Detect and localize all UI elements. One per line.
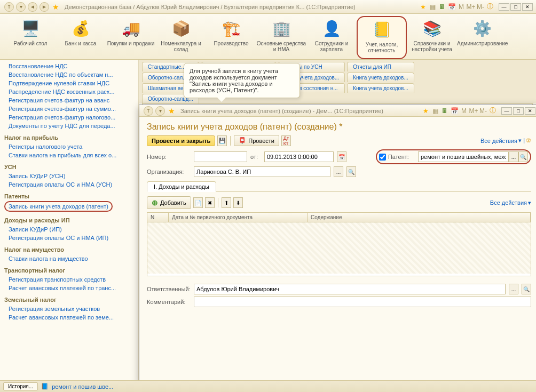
window-title: Демонстрационная база / Абдулов Юрий Вла… xyxy=(65,4,419,10)
tool-assets[interactable]: 🏢Основные средства и НМА xyxy=(256,16,306,59)
tool-admin[interactable]: ⚙️Администрирование xyxy=(457,16,507,59)
dtkt-button[interactable]: ДтКт xyxy=(281,135,291,146)
data-grid[interactable]: N Дата и № первичного документа Содержан… xyxy=(147,212,531,276)
col-content[interactable]: Содержание xyxy=(308,213,531,222)
number-input[interactable] xyxy=(194,151,247,162)
patent-open-button[interactable]: 🔍 xyxy=(518,151,528,162)
minimize-button[interactable]: — xyxy=(499,3,509,11)
history-button[interactable]: История... xyxy=(3,382,38,390)
sidebar-link[interactable]: Записи КУДиР (ИП) xyxy=(4,225,136,234)
post-button[interactable]: 📮 Провести xyxy=(234,135,279,146)
tool-bank[interactable]: 💰Банк и касса xyxy=(56,16,106,59)
info-icon[interactable]: ⓘ xyxy=(488,107,497,115)
responsible-input[interactable] xyxy=(194,284,506,294)
grid-icon[interactable]: ▦ xyxy=(431,107,439,115)
patent-select-button[interactable]: ... xyxy=(509,151,518,162)
calendar-button[interactable]: 📅 xyxy=(337,151,346,162)
tool-desktop[interactable]: 🖥️Рабочий стол xyxy=(5,16,56,59)
close-button[interactable]: ✕ xyxy=(522,3,533,11)
tool-refs[interactable]: 📚Справочники и настройки учета xyxy=(407,16,457,59)
org-label: Организация: xyxy=(147,169,191,175)
tool-production[interactable]: 🏗️Производство xyxy=(206,16,256,59)
back-button[interactable]: ◄ xyxy=(28,2,37,12)
all-actions-link[interactable]: Все действия ▾ | ② xyxy=(480,137,531,144)
doc-icon[interactable]: 📘 xyxy=(41,383,49,390)
org-select-button[interactable]: ... xyxy=(334,166,343,177)
minimize-button[interactable]: — xyxy=(501,107,512,115)
col-doc[interactable]: Дата и № первичного документа xyxy=(169,213,308,222)
calc-icon[interactable]: 🖩 xyxy=(440,107,449,115)
all-actions-link[interactable]: Все действия ▾ xyxy=(490,199,531,206)
favorite-icon[interactable]: ★ xyxy=(168,107,175,115)
maximize-button[interactable]: □ xyxy=(510,3,521,11)
sidebar-link[interactable]: Регистрация оплаты ОС и НМА (УСН) xyxy=(4,180,136,189)
org-input[interactable] xyxy=(194,166,330,177)
sidebar-link[interactable]: Регистрация счетов-фактур на суммо... xyxy=(4,105,136,113)
logo-icon[interactable]: т xyxy=(4,2,14,12)
star-small-icon[interactable]: ★ xyxy=(421,107,430,115)
date-input[interactable] xyxy=(264,151,334,162)
add-row-button[interactable]: ⊕Добавить xyxy=(147,196,191,209)
sidebar-link[interactable]: Регистрация счетов-фактур налогово... xyxy=(4,113,136,122)
calc-icon[interactable]: 🖩 xyxy=(438,3,446,11)
tab-income-expense[interactable]: I. Доходы и расходы xyxy=(147,181,216,192)
dropdown-icon[interactable]: ▾ xyxy=(155,106,165,116)
sidebar-link-patent[interactable]: Запись книги учета доходов (патент) xyxy=(4,201,113,212)
m-plus-icon[interactable]: M+ xyxy=(467,3,475,11)
org-open-button[interactable]: 🔍 xyxy=(346,166,356,177)
tab[interactable]: Книга учета доходов... xyxy=(347,83,414,93)
tab[interactable]: Отчеты для ИП xyxy=(347,62,414,71)
sidebar-link[interactable]: Распределение НДС косвенных расх... xyxy=(4,87,136,96)
tool-staff[interactable]: 👤Сотрудники и зарплата xyxy=(306,16,357,59)
sidebar-link[interactable]: Ставки налога на имущество xyxy=(4,254,136,263)
sidebar-link[interactable]: Документы по учету НДС для переда... xyxy=(4,122,136,130)
close-button[interactable]: ✕ xyxy=(525,107,535,115)
tool-stock[interactable]: 📦Номенклатура и склад xyxy=(156,16,206,59)
move-up-button[interactable]: ⬆ xyxy=(222,197,231,208)
move-down-button[interactable]: ⬇ xyxy=(233,197,243,208)
patent-input[interactable] xyxy=(418,151,509,162)
grid-icon[interactable]: ▦ xyxy=(428,3,437,11)
sidebar-link[interactable]: Регистрация транспортных средств xyxy=(4,275,136,284)
star-small-icon[interactable]: ★ xyxy=(419,3,427,11)
sidebar-link[interactable]: Запись КУДиР (УСН) xyxy=(4,172,136,180)
grid-body[interactable] xyxy=(147,222,531,274)
patent-checkbox[interactable] xyxy=(379,154,386,161)
tool-accounting[interactable]: 📒Учет, налоги, отчетность xyxy=(357,16,407,59)
delete-row-button[interactable]: ✖ xyxy=(205,197,215,208)
forward-button[interactable]: ► xyxy=(40,2,49,12)
sidebar-link[interactable]: Регистрация оплаты ОС и НМА (ИП) xyxy=(4,234,136,242)
sidebar-link[interactable]: Ставки налога на прибыль для всех о... xyxy=(4,151,136,159)
favorite-icon[interactable]: ★ xyxy=(52,3,59,11)
m-icon[interactable]: M xyxy=(460,107,468,115)
main-titlebar: т ▾ ◄ ► ★ Демонстрационная база / Абдуло… xyxy=(0,0,536,14)
col-n[interactable]: N xyxy=(147,213,169,222)
resp-select-button[interactable]: ... xyxy=(509,284,518,294)
post-close-button[interactable]: Провести и закрыть xyxy=(147,135,215,146)
sidebar-link[interactable]: Восстановление НДС по объектам н... xyxy=(4,70,136,79)
m-plus-icon[interactable]: M+ xyxy=(469,107,478,115)
tool-sales[interactable]: 🚚Покупки и продажи xyxy=(106,16,156,59)
sidebar-link[interactable]: Регистры налогового учета xyxy=(4,142,136,151)
sidebar-link[interactable]: Регистрация земельных участков xyxy=(4,305,136,313)
maximize-button[interactable]: □ xyxy=(513,107,524,115)
sidebar-link[interactable]: Восстановление НДС xyxy=(4,62,136,70)
info-icon[interactable]: ⓘ xyxy=(486,3,494,11)
sidebar-link[interactable]: Регистрация счетов-фактур на аванс xyxy=(4,96,136,105)
sidebar-link[interactable]: Расчет авансовых платежей по транс... xyxy=(4,284,136,292)
save-button[interactable]: 💾 xyxy=(217,135,227,146)
tab[interactable]: Книга учета доходов... xyxy=(347,73,414,82)
m-minus-icon[interactable]: M- xyxy=(479,107,487,115)
resp-open-button[interactable]: 🔍 xyxy=(522,284,531,294)
sidebar-link[interactable]: Подтверждение нулевой ставки НДС xyxy=(4,79,136,87)
calendar-icon[interactable]: 📅 xyxy=(447,3,456,11)
status-tab[interactable]: ремонт и пошив шве... xyxy=(52,383,113,390)
m-minus-icon[interactable]: M- xyxy=(476,3,485,11)
sidebar-link[interactable]: Расчет авансовых платежей по земе... xyxy=(4,313,136,322)
calendar-icon[interactable]: 📅 xyxy=(450,107,459,115)
comment-input[interactable] xyxy=(194,297,531,307)
logo-icon[interactable]: т xyxy=(144,106,153,116)
m-icon[interactable]: M xyxy=(457,3,466,11)
dropdown-icon[interactable]: ▾ xyxy=(16,2,26,12)
copy-row-button[interactable]: 📄 xyxy=(193,197,203,208)
